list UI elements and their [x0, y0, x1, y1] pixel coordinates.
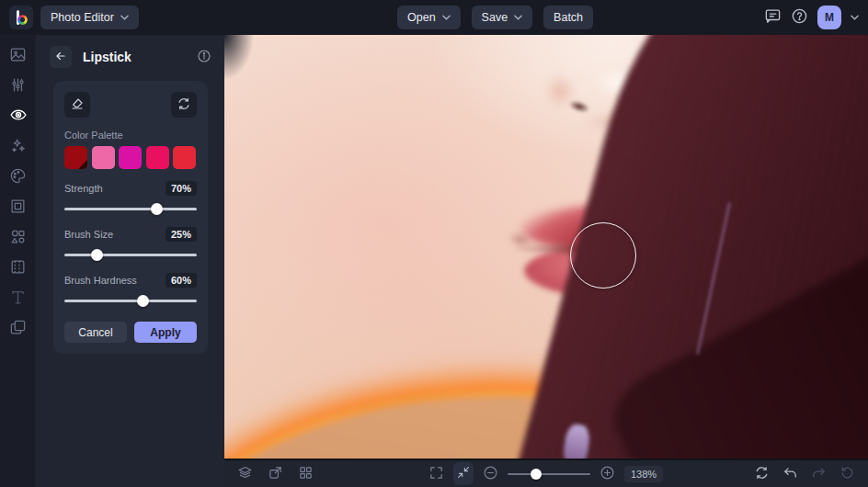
tools-sidebar	[0, 35, 37, 487]
textures-icon	[9, 258, 27, 278]
history-controls-group	[754, 465, 855, 483]
topbar-right-group: M	[764, 6, 859, 29]
grid-icon	[298, 465, 314, 483]
chevron-down-icon	[120, 15, 129, 20]
brush-cursor[interactable]	[570, 222, 636, 289]
brush-size-slider-knob[interactable]	[91, 249, 103, 261]
strength-slider-knob[interactable]	[151, 203, 163, 215]
history-reset-icon	[839, 465, 855, 483]
avatar-initial: M	[825, 11, 834, 24]
fullscreen-button[interactable]	[428, 465, 444, 483]
batch-label: Batch	[554, 11, 583, 24]
eraser-icon	[70, 96, 85, 114]
reset-history-button[interactable]	[839, 465, 855, 483]
brush-size-row: Brush Size 25%	[64, 227, 197, 242]
info-button[interactable]	[197, 49, 211, 66]
help-button[interactable]	[791, 7, 808, 28]
sidebar-item-edit[interactable]	[8, 77, 29, 95]
feedback-chat-button[interactable]	[764, 7, 782, 28]
sidebar-item-text[interactable]	[8, 289, 29, 307]
zoom-slider[interactable]	[508, 469, 590, 480]
save-label: Save	[482, 11, 508, 24]
panel-action-buttons: Cancel Apply	[64, 322, 197, 343]
sidebar-item-frames[interactable]	[8, 198, 29, 216]
zoom-in-button[interactable]	[600, 465, 615, 483]
sidebar-item-artsy[interactable]	[8, 168, 29, 186]
artsy-palette-icon	[9, 167, 27, 187]
arrow-left-icon	[54, 50, 67, 65]
rotate-refresh-button[interactable]	[754, 465, 770, 483]
brush-hardness-slider-knob[interactable]	[137, 295, 149, 307]
eraser-button[interactable]	[64, 92, 90, 118]
chevron-down-icon	[442, 15, 451, 20]
strength-label: Strength	[64, 183, 103, 194]
fit-to-screen-icon	[456, 465, 471, 482]
zoom-slider-knob[interactable]	[531, 469, 542, 480]
color-swatch-dark-red[interactable]	[64, 146, 87, 169]
redo-button[interactable]	[811, 465, 827, 483]
logo-rainbow-ring-icon	[17, 15, 28, 25]
color-swatch-magenta[interactable]	[119, 146, 142, 169]
panel-title: Lipstick	[83, 50, 131, 64]
zoom-slider-track[interactable]	[508, 473, 590, 475]
compare-button[interactable]	[268, 465, 283, 483]
color-swatch-pink[interactable]	[92, 146, 115, 169]
brush-hardness-label: Brush Hardness	[64, 275, 137, 286]
batch-button[interactable]: Batch	[543, 6, 593, 29]
graphics-shapes-icon	[9, 228, 27, 248]
zoom-level-badge: 138%	[624, 466, 663, 482]
brush-size-slider-track[interactable]	[64, 254, 197, 256]
sidebar-item-textures[interactable]	[8, 259, 29, 277]
apply-button[interactable]: Apply	[134, 322, 197, 343]
brush-hardness-value-badge: 60%	[166, 273, 197, 288]
effects-sparkles-icon	[9, 137, 27, 157]
sidebar-item-effects[interactable]	[8, 138, 29, 155]
cancel-button[interactable]: Cancel	[64, 322, 127, 343]
sidebar-item-graphics[interactable]	[8, 229, 29, 246]
color-swatch-red[interactable]	[173, 146, 196, 169]
reset-button[interactable]	[171, 92, 197, 118]
frames-icon	[9, 198, 27, 218]
grid-view-button[interactable]	[298, 465, 314, 483]
open-label: Open	[407, 11, 436, 24]
brush-hardness-slider[interactable]	[64, 295, 197, 307]
strength-slider[interactable]	[64, 203, 197, 215]
zoom-out-button[interactable]	[483, 465, 498, 483]
sidebar-item-touchup[interactable]	[8, 108, 29, 125]
save-button[interactable]: Save	[472, 6, 533, 29]
sidebar-item-photo[interactable]	[8, 47, 29, 64]
back-button[interactable]	[50, 46, 72, 68]
color-swatch-raspberry[interactable]	[146, 146, 169, 169]
brush-size-label: Brush Size	[64, 229, 113, 240]
avatar[interactable]: M	[817, 6, 841, 29]
text-icon	[9, 289, 27, 309]
layers-button[interactable]	[237, 465, 253, 483]
account-menu-button[interactable]	[851, 15, 859, 20]
workspace: 138%	[224, 35, 868, 487]
info-icon	[197, 49, 211, 66]
layers-icon	[237, 465, 253, 483]
brush-hardness-row: Brush Hardness 60%	[64, 273, 197, 288]
photo-canvas[interactable]	[224, 35, 868, 459]
redo-icon	[811, 465, 827, 483]
adjust-sliders-icon	[9, 76, 27, 96]
app-menu-button[interactable]: Photo Editor	[40, 6, 139, 29]
strength-row: Strength 70%	[64, 181, 197, 196]
sidebar-item-layers[interactable]	[8, 320, 29, 337]
brush-size-slider[interactable]	[64, 249, 197, 261]
strength-slider-track[interactable]	[64, 208, 197, 210]
touchup-eye-icon	[9, 106, 28, 127]
brush-hardness-slider-track[interactable]	[64, 300, 197, 302]
file-actions-group: Open Save Batch	[397, 6, 593, 29]
minus-circle-icon	[483, 465, 498, 483]
photo-editor-app: Photo Editor Open Save Batch	[0, 0, 868, 487]
befunky-logo[interactable]	[9, 6, 33, 29]
app-menu-label: Photo Editor	[51, 11, 114, 24]
fit-to-screen-button[interactable]	[453, 462, 474, 485]
brush-tools-row	[64, 92, 197, 118]
photo-icon	[9, 46, 27, 66]
undo-button[interactable]	[782, 465, 798, 483]
undo-icon	[782, 465, 798, 483]
lipstick-panel: Lipstick	[37, 35, 224, 487]
open-button[interactable]: Open	[397, 6, 461, 29]
